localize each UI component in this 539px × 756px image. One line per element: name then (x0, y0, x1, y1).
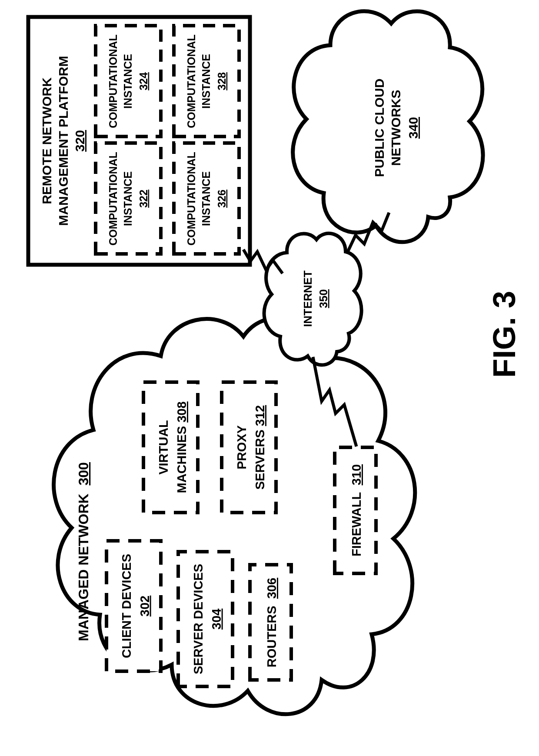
public-cloud-title2: NETWORKS (389, 90, 403, 166)
public-cloud-ref: 340 (406, 117, 420, 139)
diagram: MANAGED NETWORK 300 CLIENT DEVICES 302 S… (0, 0, 539, 756)
server-devices-box (178, 552, 233, 686)
instance-322-l1: COMPUTATIONAL (107, 152, 119, 246)
internet-ref: 350 (317, 289, 330, 308)
routers-label: ROUTERS 306 (265, 578, 279, 667)
instance-324-l2: INSTANCE (122, 54, 134, 109)
virtual-machines-box (143, 382, 198, 513)
instance-326-ref: 326 (216, 190, 228, 208)
proxy-servers-label2: SERVERS312 (253, 405, 267, 490)
figure-label: FIG. 3 (487, 291, 522, 378)
remote-platform-title2: MANAGEMENT PLATFORM (56, 56, 70, 226)
server-devices-label: SERVER DEVICES (191, 564, 205, 674)
instance-322-l2: INSTANCE (122, 171, 134, 226)
instance-324-l1: COMPUTATIONAL (107, 34, 119, 128)
public-cloud-shape (293, 11, 483, 242)
client-devices-box (106, 541, 161, 671)
virtual-machines-label2: MACHINES308 (175, 401, 189, 493)
instance-324-ref: 324 (137, 72, 150, 90)
remote-platform-ref: 320 (73, 130, 87, 152)
instance-328-ref: 328 (216, 72, 228, 90)
server-devices-ref: 304 (210, 609, 223, 629)
client-devices-label: CLIENT DEVICES (120, 554, 133, 658)
proxy-servers-box (222, 382, 276, 513)
remote-platform-title1: REMOTE NETWORK (40, 77, 54, 204)
instance-326-l1: COMPUTATIONAL (185, 152, 197, 246)
firewall-label: FIREWALL 310 (349, 464, 363, 556)
client-devices-ref: 302 (138, 596, 152, 616)
public-cloud-title1: PUBLIC CLOUD (372, 79, 386, 177)
proxy-servers-label1: PROXY (235, 425, 249, 470)
instance-326-l2: INSTANCE (200, 171, 212, 226)
internet-label: INTERNET (301, 270, 314, 327)
virtual-machines-label1: VIRTUAL (156, 420, 170, 475)
instance-328-l1: COMPUTATIONAL (185, 34, 197, 128)
instance-328-l2: INSTANCE (200, 54, 212, 109)
instance-322-ref: 322 (137, 190, 150, 208)
